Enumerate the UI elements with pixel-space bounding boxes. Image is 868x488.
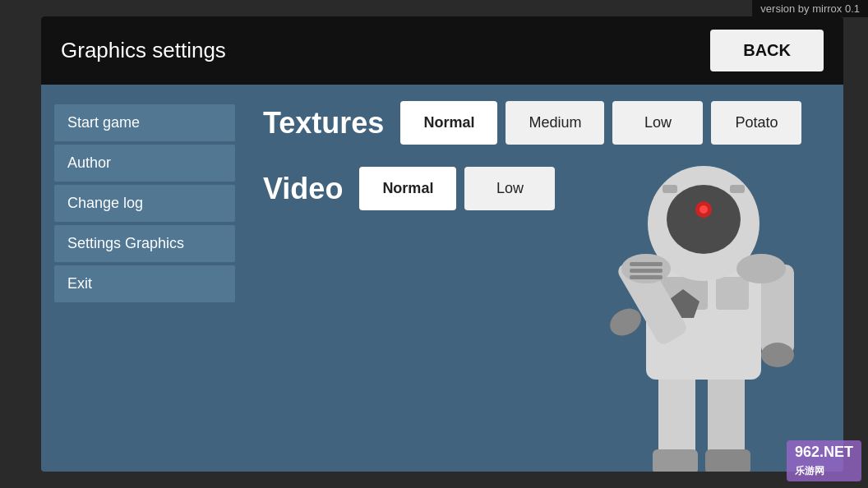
- watermark-text: 962.NET: [795, 444, 853, 460]
- textures-options: Normal Medium Low Potato: [400, 101, 801, 145]
- sidebar-item-exit[interactable]: Exit: [54, 265, 235, 302]
- version-bar: version by mirrox 0.1: [752, 0, 868, 17]
- sidebar-item-author[interactable]: Author: [54, 145, 235, 182]
- sidebar: Start game Author Change log Settings Gr…: [41, 85, 255, 472]
- sidebar-item-start-game[interactable]: Start game: [54, 104, 235, 141]
- panel-title: Graphics settings: [61, 38, 226, 63]
- version-text: version by mirrox 0.1: [760, 2, 860, 15]
- textures-medium-btn[interactable]: Medium: [506, 101, 604, 145]
- sidebar-item-settings-graphics[interactable]: Settings Graphics: [54, 225, 235, 262]
- textures-label: Textures: [263, 106, 384, 140]
- video-row: Video Normal Low: [255, 167, 843, 210]
- sidebar-item-change-log[interactable]: Change log: [54, 185, 235, 222]
- back-button[interactable]: BACK: [710, 30, 824, 71]
- content-area: Start game Author Change log Settings Gr…: [41, 85, 843, 472]
- main-panel: Graphics settings BACK Start game Author…: [41, 16, 843, 472]
- textures-normal-btn[interactable]: Normal: [400, 101, 497, 145]
- watermark: 962.NET 乐游网: [787, 440, 861, 481]
- settings-area: Textures Normal Medium Low Potato Video …: [255, 85, 843, 472]
- textures-row: Textures Normal Medium Low Potato: [255, 101, 843, 145]
- video-normal-btn[interactable]: Normal: [359, 167, 456, 210]
- textures-potato-btn[interactable]: Potato: [711, 101, 801, 145]
- video-options: Normal Low: [359, 167, 555, 210]
- watermark-subtext: 乐游网: [795, 465, 824, 476]
- panel-header: Graphics settings BACK: [41, 16, 843, 85]
- video-low-btn[interactable]: Low: [464, 167, 555, 210]
- video-label: Video: [263, 172, 343, 206]
- textures-low-btn[interactable]: Low: [612, 101, 703, 145]
